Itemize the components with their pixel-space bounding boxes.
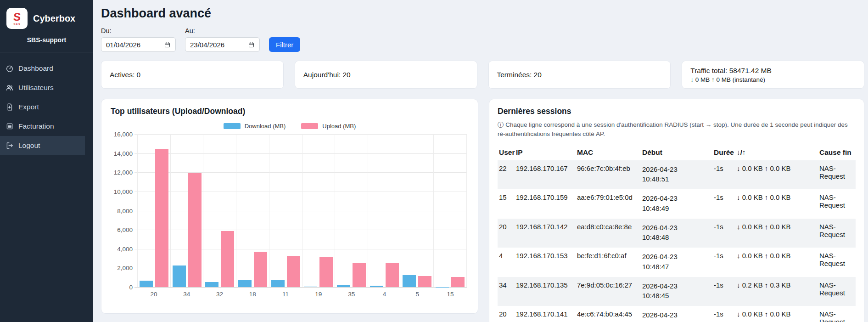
stat-today-text: Aujourd'hui: 20 (303, 71, 351, 79)
upload-bar (188, 173, 202, 287)
stat-finished-text: Terminées: 20 (497, 71, 542, 79)
chart-title: Top utilisateurs (Upload/Download) (111, 107, 469, 116)
sidebar-item-utilisateurs[interactable]: Utilisateurs (0, 78, 93, 97)
stat-card-finished: Terminées: 20 (488, 61, 671, 89)
date-from-value[interactable] (106, 41, 152, 49)
sidebar-item-facturation[interactable]: Facturation (0, 117, 93, 136)
session-duration: -1s (712, 277, 735, 306)
session-traffic: ↓ 0.0 KB ↑ 0.0 KB (735, 219, 818, 248)
session-cause: NAS-Request (818, 219, 856, 248)
legend-swatch (301, 123, 318, 129)
y-axis-tick: 14,000 (114, 150, 133, 157)
legend-item-download[interactable]: Download (MB) (224, 123, 286, 130)
legend-label: Download (MB) (245, 123, 286, 130)
x-axis-label: 34 (170, 291, 203, 298)
legend-item-upload[interactable]: Upload (MB) (301, 123, 356, 130)
session-traffic: ↓ 0.2 KB ↑ 0.3 KB (735, 277, 818, 306)
session-traffic: ↓ 0.0 KB ↑ 0.0 KB (735, 248, 818, 277)
session-ip: 192.168.170.167 (515, 160, 576, 190)
download-bar (403, 275, 416, 287)
last-sessions-card: Dernières sessions ⓘ Chaque ligne corres… (489, 99, 864, 322)
session-row: 22192.168.170.16796:6e:7c:0b:4f:eb2026-0… (498, 160, 856, 190)
column-header: Début (641, 145, 712, 160)
session-mac: ea:d8:c0:ca:8e:8e (576, 219, 641, 248)
date-from-input[interactable] (101, 37, 176, 52)
download-bar (370, 286, 383, 287)
sidebar-item-label: Export (18, 103, 39, 111)
export-icon (6, 103, 14, 111)
bar-group-user-32 (203, 134, 236, 287)
upload-bar (319, 257, 333, 287)
sidebar-item-dashboard[interactable]: Dashboard (0, 59, 93, 78)
invoice-icon (6, 122, 14, 130)
brand-row: S SBS Cyberbox (0, 0, 93, 32)
x-axis-label: 15 (434, 291, 467, 298)
bar-chart: 16,00014,00012,00010,0008,0006,0004,0002… (137, 134, 467, 302)
gridline (134, 287, 467, 288)
session-duration: -1s (712, 219, 735, 248)
session-ip: 192.168.170.159 (515, 189, 576, 219)
sidebar-item-export[interactable]: Export (0, 97, 93, 117)
download-bar (238, 280, 252, 287)
session-ip: 192.168.170.141 (515, 306, 576, 322)
session-user: 22 (498, 160, 515, 190)
session-duration: -1s (712, 306, 735, 322)
date-to-input[interactable] (185, 37, 260, 52)
session-ip: 192.168.170.153 (515, 248, 576, 277)
tenant-name: SBS-support (0, 32, 93, 50)
sidebar-item-logout[interactable]: Logout (0, 136, 85, 155)
session-mac: aa:e6:79:01:e5:0d (576, 189, 641, 219)
session-start: 2026-04-23 10:48:49 (641, 189, 712, 219)
chart-legend: Download (MB)Upload (MB) (111, 123, 469, 130)
session-traffic: ↓ 0.0 KB ↑ 0.0 KB (735, 306, 818, 322)
download-bar (140, 281, 153, 287)
bar-group-user-11 (269, 134, 302, 287)
sidebar-nav: DashboardUtilisateursExportFacturationLo… (0, 59, 93, 155)
session-mac: 7e:9d:05:0c:16:27 (576, 277, 641, 306)
app-root: S SBS Cyberbox SBS-support DashboardUtil… (0, 0, 868, 322)
filter-button[interactable]: Filtrer (269, 37, 300, 52)
session-user: 34 (498, 277, 515, 306)
download-bar (205, 282, 218, 287)
session-row: 34192.168.170.1357e:9d:05:0c:16:272026-0… (498, 277, 856, 306)
session-duration: -1s (712, 189, 735, 219)
session-start: 2026-04-23 10:48:47 (641, 248, 712, 277)
session-mac: 4e:c6:74:b0:a4:45 (576, 306, 641, 322)
column-header: MAC (576, 145, 641, 160)
chart-bars-layer (137, 134, 467, 287)
y-axis-tick: 12,000 (114, 169, 133, 176)
filter-bar: Du: Au: Filtrer (101, 27, 864, 52)
x-axis-label: 35 (335, 291, 368, 298)
session-start: 2026-04-23 10:48:44 (641, 306, 712, 322)
session-row: 4192.168.170.153be:fe:d1:6f:c0:af2026-04… (498, 248, 856, 277)
upload-bar (353, 263, 366, 287)
download-bar (173, 266, 186, 287)
stat-traffic-instant: ↓ 0 MB ↑ 0 MB (instantané) (690, 76, 765, 83)
x-axis-label: 20 (137, 291, 170, 298)
calendar-icon[interactable] (164, 41, 171, 48)
download-bar (337, 285, 350, 287)
brand-name: Cyberbox (33, 13, 75, 24)
main-content: Dashboard avancé Du: Au: Filtrer Activ (93, 0, 868, 322)
y-axis-tick: 0 (129, 284, 133, 291)
y-axis-tick: 8,000 (117, 207, 133, 214)
column-header: User (498, 145, 515, 160)
session-duration: -1s (712, 248, 735, 277)
session-user: 15 (498, 189, 515, 219)
legend-swatch (224, 123, 241, 129)
stat-card-actives: Actives: 0 (101, 61, 284, 89)
x-axis-label: 19 (302, 291, 335, 298)
calendar-icon[interactable] (248, 41, 255, 48)
sidebar: S SBS Cyberbox SBS-support DashboardUtil… (0, 0, 93, 322)
y-axis-tick: 10,000 (114, 188, 133, 195)
date-to-value[interactable] (190, 41, 236, 49)
session-traffic: ↓ 0.0 KB ↑ 0.0 KB (735, 160, 818, 190)
session-row: 20192.168.170.1414e:c6:74:b0:a4:452026-0… (498, 306, 856, 322)
top-users-chart-card: Top utilisateurs (Upload/Download) Downl… (101, 99, 478, 314)
session-cause: NAS-Request (818, 277, 856, 306)
y-axis-tick: 16,000 (114, 131, 133, 138)
session-mac: be:fe:d1:6f:c0:af (576, 248, 641, 277)
bar-group-user-20 (137, 134, 170, 287)
users-icon (6, 84, 14, 92)
session-traffic: ↓ 0.0 KB ↑ 0.0 KB (735, 189, 818, 219)
